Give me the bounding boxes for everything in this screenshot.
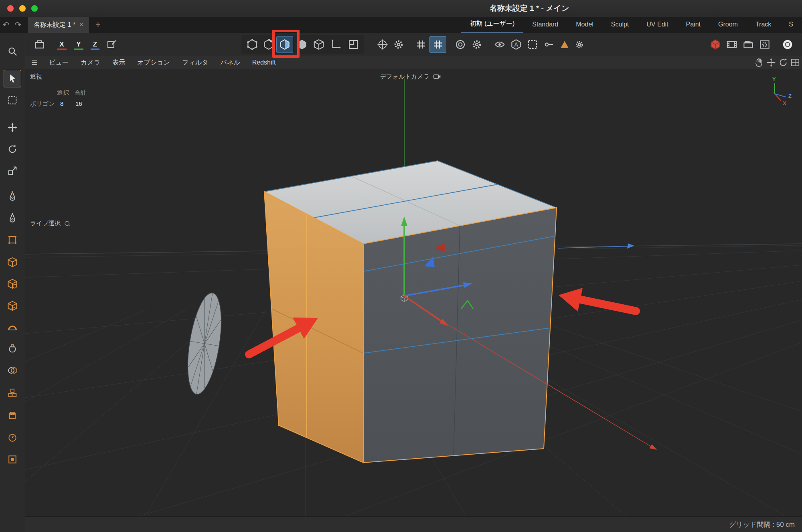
live-selection-indicator: ライブ選択 xyxy=(30,220,71,227)
layout-item-groom[interactable]: Groom xyxy=(709,17,747,33)
constraint-lock-icon[interactable] xyxy=(4,340,21,357)
annotation-a-icon[interactable]: A xyxy=(508,36,525,53)
grid-spacing-label: グリッド間隔 : 50 cm xyxy=(729,521,802,528)
quantize-icon[interactable] xyxy=(429,36,446,53)
sweep-icon[interactable] xyxy=(4,429,21,447)
axis-gizmo-y-label: Y xyxy=(772,76,776,82)
layout-item-paint[interactable]: Paint xyxy=(677,17,709,33)
extrude-icon[interactable] xyxy=(4,407,21,424)
keyframe-icon[interactable] xyxy=(541,36,557,53)
scale-tool-icon[interactable] xyxy=(4,162,21,180)
stats-total-header: 合計 xyxy=(75,89,87,97)
cast-to-object-icon[interactable] xyxy=(31,36,48,53)
keying-settings-icon[interactable] xyxy=(468,36,485,53)
render-queue-icon[interactable] xyxy=(740,36,757,53)
render-settings-icon[interactable] xyxy=(756,36,773,53)
snap-icon[interactable] xyxy=(413,36,429,53)
dolly-icon[interactable] xyxy=(766,57,776,68)
menu-panel[interactable]: パネル xyxy=(215,59,246,67)
settings-gear-icon[interactable] xyxy=(571,36,588,53)
menu-filter[interactable]: フィルタ xyxy=(176,59,215,67)
axis-settings-icon[interactable] xyxy=(390,36,407,53)
disc-object[interactable] xyxy=(182,291,227,396)
menu-redshift[interactable]: Redshift xyxy=(246,59,282,66)
axis-lock-x-button[interactable]: X xyxy=(53,36,70,53)
workplane-mode-icon[interactable] xyxy=(345,36,362,53)
rectangle-selection-tool-icon[interactable] xyxy=(4,91,21,109)
layout-item-model[interactable]: Model xyxy=(567,17,602,33)
viewport-canvas[interactable] xyxy=(25,69,802,516)
cube-right-face[interactable] xyxy=(363,208,557,463)
live-selection-tool-icon[interactable] xyxy=(4,70,21,87)
axis-lock-y-button[interactable]: Y xyxy=(70,36,87,53)
view-type-label[interactable]: 透視 xyxy=(30,73,42,81)
cube-primitive-icon[interactable] xyxy=(4,253,21,271)
layout-item-uvedit[interactable]: UV Edit xyxy=(638,17,677,33)
axis-gizmo-z-label: Z xyxy=(788,93,792,99)
document-tab[interactable]: 名称未設定 1 * × xyxy=(28,17,89,33)
layout-item-truncated[interactable]: S xyxy=(780,17,802,33)
menu-display[interactable]: 表示 xyxy=(106,59,131,67)
tool-sidebar xyxy=(0,33,25,532)
warning-triangle-icon[interactable] xyxy=(556,36,573,53)
workplane-lock-icon[interactable] xyxy=(103,36,120,53)
cloner-array-icon[interactable] xyxy=(4,384,21,402)
menu-options[interactable]: オプション xyxy=(131,59,176,67)
viewport-filter-search-icon[interactable] xyxy=(4,42,21,60)
redshift-render-icon[interactable] xyxy=(707,36,724,53)
camera-label: デフォルトカメラ xyxy=(380,73,429,81)
add-tab-button[interactable]: + xyxy=(95,20,101,30)
axis-lock-z-button[interactable]: Z xyxy=(87,36,103,53)
zoom-window-button[interactable] xyxy=(31,5,38,12)
points-mode-icon[interactable] xyxy=(244,36,261,53)
rotate-tool-icon[interactable] xyxy=(4,140,21,158)
minimize-window-button[interactable] xyxy=(19,5,26,12)
generator-icon[interactable] xyxy=(4,275,21,293)
viewport-menu-icon[interactable]: ☰ xyxy=(25,59,43,67)
visibility-icon[interactable] xyxy=(491,36,508,53)
subdivision-surface-icon[interactable] xyxy=(4,318,21,336)
svg-text:A: A xyxy=(514,42,518,48)
layout-item-standard[interactable]: Standard xyxy=(523,17,567,33)
axis-mode-icon[interactable] xyxy=(327,36,344,53)
marquee-select-icon[interactable] xyxy=(524,36,541,53)
main-toolbar: X Y Z xyxy=(25,33,802,57)
pan-hand-icon[interactable] xyxy=(754,57,764,68)
application-window: 名称未設定 1 * - メイン ↶ ↷ 名称未設定 1 * × + 初期 (ユー… xyxy=(0,0,802,532)
stats-total-value: 16 xyxy=(75,100,82,107)
spline-primitive-icon[interactable] xyxy=(4,231,21,249)
menu-camera[interactable]: カメラ xyxy=(75,59,106,67)
model-mode-icon[interactable] xyxy=(310,36,327,53)
annotation-highlight-rectangle xyxy=(272,30,300,58)
enable-axis-icon[interactable] xyxy=(374,36,391,53)
menu-view[interactable]: ビュー xyxy=(43,59,75,67)
layout-item-track[interactable]: Track xyxy=(747,17,780,33)
camera-label-row[interactable]: デフォルトカメラ xyxy=(380,72,442,81)
layout-item-sculpt[interactable]: Sculpt xyxy=(602,17,638,33)
axis-orientation-gizmo[interactable]: Y Z X xyxy=(754,78,798,110)
stats-selected-value: 8 xyxy=(60,100,63,107)
close-window-button[interactable] xyxy=(7,5,14,12)
render-view-icon[interactable] xyxy=(723,36,740,53)
redo-icon[interactable]: ↷ xyxy=(12,20,24,30)
field-icon[interactable] xyxy=(4,451,21,468)
document-tab-label: 名称未設定 1 * xyxy=(34,21,75,29)
close-tab-icon[interactable]: × xyxy=(79,21,83,29)
boolean-icon[interactable] xyxy=(4,362,21,379)
pen-tool-icon[interactable] xyxy=(4,187,21,205)
undo-icon[interactable]: ↶ xyxy=(0,20,12,30)
volume-builder-icon[interactable] xyxy=(4,297,21,315)
record-ring-icon[interactable] xyxy=(452,36,469,53)
status-bar: グリッド間隔 : 50 cm xyxy=(25,516,802,532)
layout-item-initial[interactable]: 初期 (ユーザー) xyxy=(461,17,523,33)
orbit-icon[interactable] xyxy=(778,57,788,68)
tab-bar: ↶ ↷ 名称未設定 1 * × + 初期 (ユーザー) Standard Mod… xyxy=(0,17,802,33)
window-title: 名称未設定 1 * - メイン xyxy=(490,0,569,17)
capsules-icon[interactable] xyxy=(779,36,796,53)
sketch-tool-icon[interactable] xyxy=(4,209,21,227)
viewport[interactable]: 透視 デフォルトカメラ 選択 合計 ポリゴン 8 16 ライブ選択 Y Z X xyxy=(25,69,802,516)
toggle-panes-icon[interactable] xyxy=(790,57,800,68)
cube-object[interactable] xyxy=(264,161,557,463)
axis-lock-y-label: Y xyxy=(74,39,83,50)
move-tool-icon[interactable] xyxy=(4,119,21,136)
